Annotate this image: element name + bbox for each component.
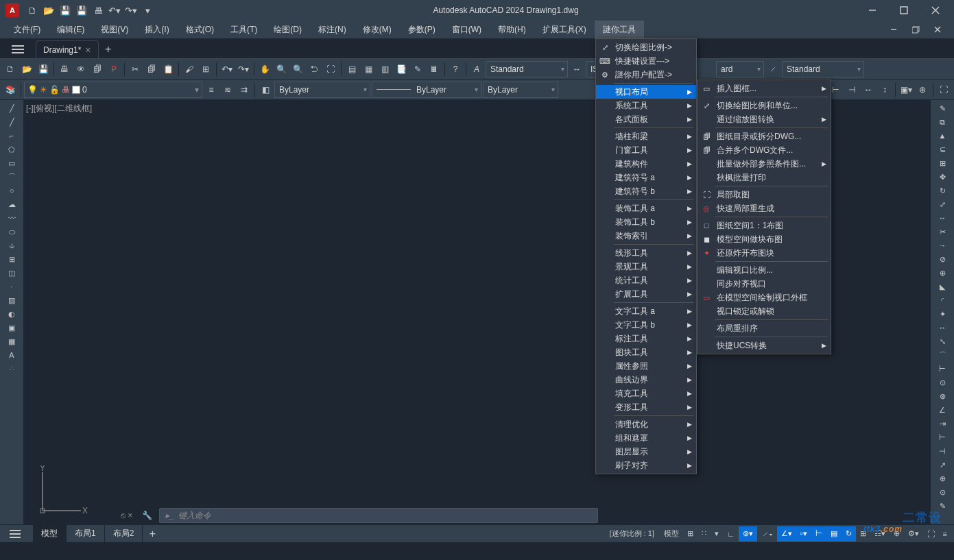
status-cyc-icon[interactable]: ↻ bbox=[842, 526, 856, 541]
layer-dropdown[interactable]: 💡 ☀ 🔓 🖶 0 ▾ bbox=[24, 82, 202, 98]
new-file-icon[interactable]: 🗋 bbox=[25, 3, 40, 18]
status-otrack-icon[interactable]: ▫▾ bbox=[796, 526, 811, 541]
block-icon[interactable]: ⊞ bbox=[198, 62, 213, 77]
hatch-icon[interactable]: ▨ bbox=[3, 293, 20, 307]
doc-minimize-button[interactable] bbox=[883, 21, 905, 38]
sub-sync-align-vp[interactable]: 同步对齐视口 bbox=[697, 277, 831, 291]
sub-paper-1-1[interactable]: □图纸空间1：1布图 bbox=[697, 219, 831, 232]
layer-match-icon[interactable]: ⇉ bbox=[237, 82, 252, 97]
menu-deform-tools[interactable]: 变形工具▶ bbox=[596, 400, 696, 414]
text-style-dropdown[interactable]: Standard bbox=[486, 61, 568, 77]
menu-modify[interactable]: 修改(M) bbox=[355, 21, 400, 38]
markup-icon[interactable]: ✎ bbox=[410, 62, 425, 77]
zoom-prev-icon[interactable]: ⮌ bbox=[307, 62, 322, 77]
menu-group-mask[interactable]: 组和遮罩▶ bbox=[596, 431, 696, 445]
dim-dia-icon[interactable]: ⊗ bbox=[934, 389, 951, 403]
doc-restore-button[interactable] bbox=[905, 21, 927, 38]
menu-viewport-layout[interactable]: 视口布局▶ bbox=[596, 85, 696, 99]
stretch-icon[interactable]: ↔ bbox=[934, 211, 951, 225]
menu-switch-scale[interactable]: ⤢切换绘图比例-> bbox=[596, 40, 696, 54]
menu-deco-index[interactable]: 装饰索引▶ bbox=[596, 229, 696, 243]
redo-drop-icon[interactable]: ↷▾ bbox=[236, 62, 251, 77]
menu-draw[interactable]: 绘图(D) bbox=[265, 21, 310, 38]
polygon-icon[interactable]: ⬠ bbox=[3, 143, 20, 156]
layer-iso-icon[interactable]: ≋ bbox=[220, 82, 235, 97]
text-style-icon[interactable]: A bbox=[469, 62, 484, 77]
layout-menu-icon[interactable] bbox=[3, 525, 27, 543]
status-dyn-icon[interactable]: ⊞ bbox=[856, 526, 870, 541]
dim4-icon[interactable]: ↕ bbox=[877, 82, 892, 97]
menu-panels[interactable]: 各式面板▶ bbox=[596, 112, 696, 126]
menu-extend[interactable]: 扩展工具(X) bbox=[534, 21, 595, 38]
status-osnap-icon[interactable]: ∠▾ bbox=[777, 526, 796, 541]
dim-edit-icon[interactable]: ✎ bbox=[934, 499, 951, 513]
line-icon[interactable]: ╱ bbox=[3, 101, 20, 115]
publish-icon[interactable]: 🗐 bbox=[90, 62, 105, 77]
sub-switch-scale-unit[interactable]: ⤢切换绘图比例和单位... bbox=[697, 99, 831, 112]
menu-stats[interactable]: 统计工具▶ bbox=[596, 273, 696, 287]
join-icon[interactable]: ⊕ bbox=[934, 266, 951, 280]
erase-icon[interactable]: ✎ bbox=[934, 101, 951, 115]
xline-icon[interactable]: ╱ bbox=[3, 115, 20, 129]
fillet-icon[interactable]: ◜ bbox=[934, 293, 951, 307]
menu-line-tools[interactable]: 线形工具▶ bbox=[596, 246, 696, 260]
new-tab-button[interactable]: + bbox=[99, 40, 118, 58]
menu-block-tools[interactable]: 图块工具▶ bbox=[596, 345, 696, 359]
sub-batch-print[interactable]: 秋枫批量打印 bbox=[697, 171, 831, 184]
array-icon[interactable]: ⊞ bbox=[934, 156, 951, 170]
paste-icon[interactable]: 📋 bbox=[160, 62, 176, 77]
status-model-button[interactable]: 模型 bbox=[660, 526, 683, 541]
viewport3-icon[interactable]: ⛶ bbox=[936, 82, 951, 97]
menu-landscape[interactable]: 景观工具▶ bbox=[596, 260, 696, 273]
ml-style-icon[interactable]: ⟋ bbox=[765, 62, 780, 77]
center-mark-icon[interactable]: ⊙ bbox=[934, 485, 951, 499]
help-icon[interactable]: ? bbox=[448, 62, 463, 77]
lineweight-dropdown[interactable]: ByLayer bbox=[372, 82, 481, 98]
calc-icon[interactable]: 🖩 bbox=[427, 62, 442, 77]
layout-tab-2[interactable]: 布局2 bbox=[105, 525, 143, 542]
circle-icon[interactable]: ○ bbox=[3, 184, 20, 197]
extend-icon[interactable]: → bbox=[934, 239, 951, 252]
props-icon[interactable]: ▤ bbox=[344, 62, 359, 77]
zoom-icon[interactable]: 🔍 bbox=[274, 62, 289, 77]
sub-insert-frame[interactable]: ▭插入图框...▶ bbox=[697, 82, 831, 95]
color-picker-icon[interactable]: ◧ bbox=[258, 82, 273, 97]
menu-text-a[interactable]: 文字工具 a▶ bbox=[596, 304, 696, 318]
mtext-icon[interactable]: A bbox=[3, 348, 20, 362]
menu-insert[interactable]: 插入(I) bbox=[136, 21, 177, 38]
tolerance-icon[interactable]: ⊕ bbox=[934, 472, 951, 485]
menu-user-config[interactable]: ⚙謎你用户配置-> bbox=[596, 68, 696, 82]
status-iso-icon[interactable]: ⟋▾ bbox=[757, 526, 777, 541]
menu-edit[interactable]: 编辑(E) bbox=[49, 21, 93, 38]
menu-dimension[interactable]: 标注(N) bbox=[310, 21, 355, 38]
menu-building-sym-b[interactable]: 建筑符号 b▶ bbox=[596, 184, 696, 198]
close-button[interactable] bbox=[920, 0, 951, 21]
status-lw-icon[interactable]: ⊢ bbox=[811, 526, 826, 541]
start-menu-button[interactable] bbox=[5, 40, 30, 58]
add-sel-icon[interactable]: ∴ bbox=[3, 362, 20, 376]
table-style-dropdown[interactable]: ard bbox=[716, 61, 764, 77]
status-ws-icon[interactable]: ⚙▾ bbox=[904, 526, 923, 541]
menu-layer-display[interactable]: 图层显示▶ bbox=[596, 445, 696, 459]
sub-layout-reorder[interactable]: 布局重排序 bbox=[697, 321, 831, 335]
menu-deco-b[interactable]: 装饰工具 b▶ bbox=[596, 215, 696, 229]
menu-file[interactable]: 文件(F) bbox=[5, 21, 49, 38]
menu-format[interactable]: 格式(O) bbox=[178, 21, 222, 38]
zoom-window-icon[interactable]: 🔍 bbox=[290, 62, 305, 77]
file-tab-drawing1[interactable]: Drawing1* × bbox=[36, 40, 99, 58]
dcenter-icon[interactable]: ▦ bbox=[361, 62, 376, 77]
dim-radius-icon[interactable]: ⊙ bbox=[934, 376, 951, 389]
doc-close-button[interactable] bbox=[927, 21, 949, 38]
insert-icon[interactable]: ⊞ bbox=[3, 252, 20, 266]
dim-linear-icon[interactable]: ↔ bbox=[934, 321, 951, 334]
pdf-icon[interactable]: P bbox=[106, 62, 121, 77]
status-snap-icon[interactable]: ∷ bbox=[697, 526, 711, 541]
menu-view[interactable]: 视图(V) bbox=[93, 21, 136, 38]
sub-batch-xref[interactable]: 批量做外部参照条件图...▶ bbox=[697, 157, 831, 171]
qat-more-icon[interactable]: ▾ bbox=[140, 3, 155, 18]
cut-icon[interactable]: ✂ bbox=[128, 62, 143, 77]
dim2-icon[interactable]: ⊣ bbox=[844, 82, 859, 97]
print-icon[interactable]: 🖶 bbox=[91, 3, 106, 18]
region-icon[interactable]: ▣ bbox=[3, 321, 20, 334]
sub-model-block-layout[interactable]: ◼模型空间做块布图 bbox=[697, 232, 831, 246]
